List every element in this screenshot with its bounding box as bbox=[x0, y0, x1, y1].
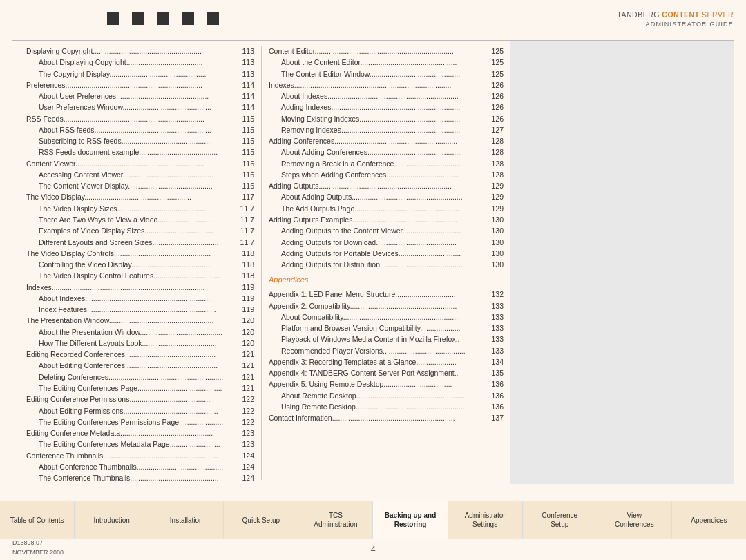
footer-doc-number: D13898.07 bbox=[12, 539, 64, 548]
header-title: TANDBERG CONTENT SERVER bbox=[617, 10, 734, 20]
square-5 bbox=[207, 12, 219, 25]
toc-right-column: Content Editor..........................… bbox=[262, 41, 510, 484]
toc-entry-video-display: The Video Display.......................… bbox=[26, 191, 254, 202]
toc-entry-contact-info: Contact Information.....................… bbox=[269, 412, 504, 423]
toc-entry-conference-thumbnails: Conference Thumbnails...................… bbox=[26, 450, 254, 461]
footer-date: NOVEMBER 2008 bbox=[12, 548, 64, 558]
nav-item-appendices[interactable]: Appendices bbox=[672, 501, 746, 539]
gray-side-panel bbox=[510, 41, 734, 484]
toc-entry-appendix2: Appendix 2: Compatibility...............… bbox=[269, 300, 504, 311]
nav-item-conference-setup[interactable]: ConferenceSetup bbox=[523, 501, 597, 539]
toc-entry-presentation-window: The Presentation Window.................… bbox=[26, 315, 254, 326]
nav-item-quick-setup[interactable]: Quick Setup bbox=[224, 501, 298, 539]
toc-entry-appendix1: Appendix 1: LED Panel Menu Structure....… bbox=[269, 289, 504, 300]
square-1 bbox=[107, 12, 119, 25]
nav-item-view-conferences[interactable]: ViewConferences bbox=[597, 501, 672, 539]
nav-item-tcs-admin[interactable]: TCSAdministration bbox=[298, 501, 373, 539]
toc-entry-adding-outputs-examples: Adding Outputs Examples.................… bbox=[269, 214, 504, 225]
toc-entry-indexes-right: Indexes.................................… bbox=[269, 79, 504, 90]
header-separator bbox=[12, 40, 734, 41]
toc-entry-editing-recorded-conferences: Editing Recorded Conferences............… bbox=[26, 349, 254, 360]
square-4 bbox=[182, 12, 194, 25]
footer: D13898.07 NOVEMBER 2008 bbox=[12, 539, 64, 557]
toc-entry-adding-outputs: Adding Outputs..........................… bbox=[269, 180, 504, 191]
square-3 bbox=[157, 12, 169, 25]
toc-entry-appendix3: Appendix 3: Recording Templates at a Gla… bbox=[269, 356, 504, 367]
toc-entry-indexes: Indexes.................................… bbox=[26, 282, 254, 293]
header-server-word: SERVER bbox=[700, 10, 734, 19]
toc-entry-appendix4: Appendix 4: TANDBERG Content Server Port… bbox=[269, 367, 504, 378]
toc-entry-appendix5: Appendix 5: Using Remote Desktop........… bbox=[269, 378, 504, 389]
square-2 bbox=[132, 12, 144, 25]
header-subtitle: ADMINISTRATOR GUIDE bbox=[617, 20, 734, 29]
toc-entry-video-display-controls: The Video Display Controls..............… bbox=[26, 248, 254, 259]
toc-entry-content-editor: Content Editor..........................… bbox=[269, 46, 504, 57]
header-content-word: CONTENT bbox=[662, 10, 699, 19]
toc-entry-displaying-copyright: Displaying Copyright....................… bbox=[26, 46, 254, 57]
nav-bar: Table of Contents Introduction Installat… bbox=[0, 501, 746, 539]
toc-entry-rss-feeds: RSS Feeds...............................… bbox=[26, 113, 254, 124]
toc-entry-content-viewer: Content Viewer..........................… bbox=[26, 158, 254, 169]
toc-entry-adding-conferences: Adding Conferences......................… bbox=[269, 135, 504, 146]
appendices-heading: Appendices bbox=[269, 274, 504, 286]
toc-left-column: Displaying Copyright....................… bbox=[12, 41, 261, 484]
page-number: 4 bbox=[370, 544, 375, 554]
toc-entry-editing-conference-metadata: Editing Conference Metadata.............… bbox=[26, 427, 254, 438]
nav-item-introduction[interactable]: Introduction bbox=[75, 501, 149, 539]
nav-item-admin-settings[interactable]: AdministratorSettings bbox=[448, 501, 523, 539]
toc-entry-preferences: Preferences.............................… bbox=[26, 79, 254, 90]
nav-item-installation[interactable]: Installation bbox=[149, 501, 224, 539]
header: TANDBERG CONTENT SERVER ADMINISTRATOR GU… bbox=[617, 10, 734, 28]
nav-item-backing-up[interactable]: Backing up andRestoring bbox=[373, 501, 448, 539]
toc-entry-editing-conference-permissions: Editing Conference Permissions..........… bbox=[26, 394, 254, 405]
main-content: Displaying Copyright....................… bbox=[12, 41, 734, 484]
nav-item-toc[interactable]: Table of Contents bbox=[0, 501, 75, 539]
